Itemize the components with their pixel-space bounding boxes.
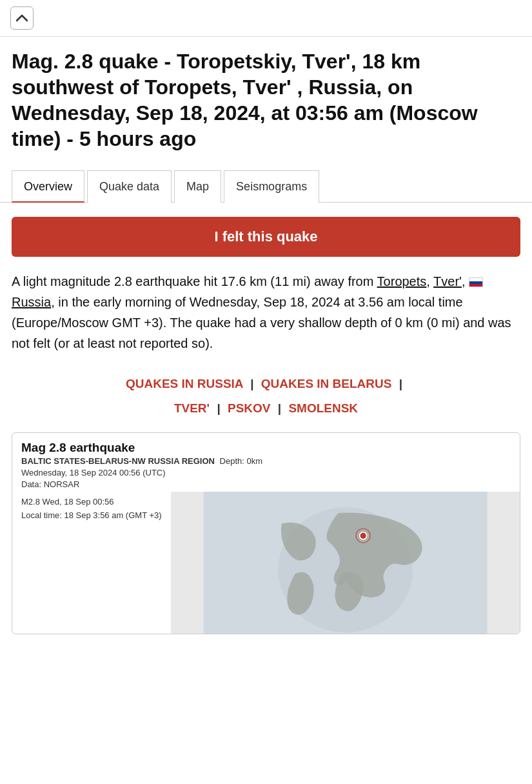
felt-this-quake-button[interactable]: I felt this quake — [12, 217, 520, 257]
map-card-image — [171, 492, 520, 634]
map-card-subtitle: BALTIC STATES-BELARUS-NW RUSSIA REGION D… — [21, 456, 511, 466]
tab-overview[interactable]: Overview — [12, 170, 84, 203]
map-card-mag-line: M2.8 Wed, 18 Sep 00:56 — [21, 496, 162, 509]
separator-2: | — [399, 377, 402, 390]
felt-button-container: I felt this quake — [0, 203, 532, 271]
separator-3: | — [217, 401, 220, 415]
link-tver[interactable]: TVER' — [174, 401, 210, 415]
map-card: Mag 2.8 earthquake BALTIC STATES-BELARUS… — [12, 432, 520, 634]
map-card-info: M2.8 Wed, 18 Sep 00:56 Local time: 18 Se… — [12, 492, 171, 634]
page-title: Mag. 2.8 quake - Toropetskiy, Tver', 18 … — [0, 37, 532, 161]
tabs-container: Overview Quake data Map Seismograms — [0, 161, 532, 203]
top-bar — [0, 0, 532, 37]
link-quakes-belarus[interactable]: QUAKES IN BELARUS — [261, 377, 392, 390]
russia-flag — [469, 274, 485, 288]
earthquake-description: A light magnitude 2.8 earthquake hit 17.… — [0, 271, 532, 365]
map-card-body: M2.8 Wed, 18 Sep 00:56 Local time: 18 Se… — [12, 492, 520, 634]
russia-link[interactable]: Russia — [12, 295, 51, 309]
separator-1: | — [250, 377, 253, 390]
svg-point-2 — [359, 532, 366, 539]
toropets-link[interactable]: Toropets — [377, 274, 427, 288]
tab-map[interactable]: Map — [174, 170, 221, 203]
map-card-local-time: Local time: 18 Sep 3:56 am (GMT +3) — [21, 509, 162, 523]
map-card-date: Wednesday, 18 Sep 2024 00:56 (UTC) — [21, 468, 511, 477]
map-card-header: Mag 2.8 earthquake BALTIC STATES-BELARUS… — [12, 433, 520, 492]
collapse-button[interactable] — [10, 6, 34, 30]
link-quakes-russia[interactable]: QUAKES IN RUSSIA — [126, 377, 243, 390]
map-card-title: Mag 2.8 earthquake — [21, 441, 511, 455]
link-pskov[interactable]: PSKOV — [228, 401, 271, 415]
map-card-depth: Depth: 0km — [220, 456, 262, 466]
link-smolensk[interactable]: SMOLENSK — [288, 401, 358, 415]
related-links: QUAKES IN RUSSIA | QUAKES IN BELARUS | T… — [0, 365, 532, 432]
separator-4: | — [278, 401, 281, 415]
tab-seismograms[interactable]: Seismograms — [224, 170, 319, 203]
map-card-datasource: Data: NORSAR — [21, 479, 511, 489]
tab-quake-data[interactable]: Quake data — [87, 170, 172, 203]
tver-link[interactable]: Tver' — [433, 274, 462, 288]
